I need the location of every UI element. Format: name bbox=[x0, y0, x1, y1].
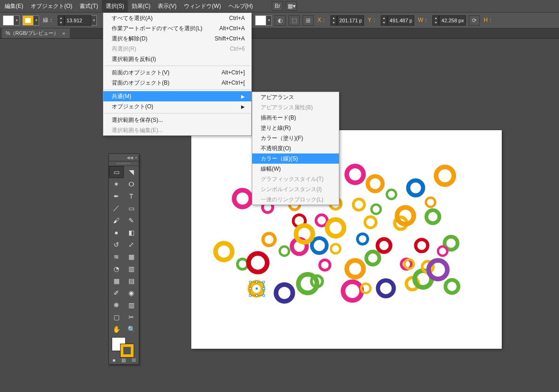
svg-point-15 bbox=[312, 238, 327, 253]
stroke-weight-input[interactable] bbox=[64, 15, 91, 26]
x-input[interactable] bbox=[337, 15, 364, 26]
select-menu-dropdown[interactable]: すべてを選択(A)Ctrl+A作業アートボードのすべてを選択(L)Alt+Ctr… bbox=[103, 13, 252, 136]
rectangle-tool[interactable]: ▭ bbox=[124, 202, 139, 214]
menu-object[interactable]: オブジェクト(O) bbox=[27, 0, 76, 13]
line-tool[interactable]: ／ bbox=[109, 202, 124, 214]
magic-wand-tool[interactable]: ✶ bbox=[109, 178, 124, 190]
close-icon[interactable]: × bbox=[135, 155, 137, 160]
lasso-tool[interactable]: ⵔ bbox=[124, 178, 139, 190]
menu-view[interactable]: 表示(V) bbox=[154, 0, 180, 13]
menu-effect[interactable]: 効果(C) bbox=[128, 0, 155, 13]
h-label: H： bbox=[484, 16, 493, 24]
pen-tool[interactable]: ✒ bbox=[109, 190, 124, 202]
rotate-tool[interactable]: ↺ bbox=[109, 239, 124, 251]
opacity-icon[interactable]: ◐ bbox=[275, 15, 286, 26]
menu-item[interactable]: 作業アートボードのすべてを選択(L)Alt+Ctrl+A bbox=[103, 23, 251, 33]
x-field[interactable]: ▲▼ bbox=[330, 15, 364, 26]
fill-swatch[interactable]: ▾ bbox=[3, 15, 20, 26]
menu-item[interactable]: カラー（塗り)(F) bbox=[252, 133, 339, 143]
tools-panel-grip[interactable] bbox=[109, 161, 139, 166]
menu-item: アピアランス属性(B) bbox=[252, 102, 339, 113]
same-submenu-dropdown[interactable]: アピアランスアピアランス属性(B)描画モード(B)塗りと線(R)カラー（塗り)(… bbox=[252, 92, 339, 205]
eyedropper-tool[interactable]: ✐ bbox=[109, 287, 124, 299]
hand-tool[interactable]: ✋ bbox=[109, 323, 124, 335]
svg-point-17 bbox=[331, 244, 340, 253]
style-swatch[interactable]: ▾ bbox=[255, 15, 272, 26]
stroke-swatch[interactable]: ▾ bbox=[22, 15, 39, 26]
svg-point-26 bbox=[365, 217, 376, 228]
svg-point-45 bbox=[445, 280, 458, 293]
color-wells[interactable] bbox=[109, 335, 139, 356]
menu-item[interactable]: 描画モード(B) bbox=[252, 113, 339, 123]
link-wh-icon[interactable]: ⟳ bbox=[469, 15, 480, 26]
close-tab-icon[interactable]: × bbox=[62, 31, 65, 36]
svg-point-22 bbox=[347, 260, 364, 277]
selection-bbox[interactable] bbox=[250, 282, 264, 296]
blend-tool[interactable]: ◉ bbox=[124, 287, 139, 299]
gradient-tool[interactable]: ▤ bbox=[124, 275, 139, 287]
w-input[interactable] bbox=[439, 15, 466, 26]
svg-point-51 bbox=[366, 252, 379, 265]
blob-brush-tool[interactable]: ● bbox=[109, 226, 124, 239]
menu-bar: 編集(E) オブジェクト(O) 書式(T) 選択(S) 効果(C) 表示(V) … bbox=[0, 0, 559, 13]
mesh-tool[interactable]: ▦ bbox=[109, 275, 124, 287]
menu-item[interactable]: アピアランス bbox=[252, 92, 339, 102]
scale-tool[interactable]: ⤢ bbox=[124, 239, 139, 251]
arrange-docs-icon[interactable]: ▦▾ bbox=[286, 1, 297, 11]
menu-window[interactable]: ウィンドウ(W) bbox=[180, 0, 224, 13]
artboard-tool[interactable]: ▢ bbox=[109, 311, 124, 323]
slice-tool[interactable]: ✂ bbox=[124, 311, 139, 323]
artboard[interactable] bbox=[191, 130, 502, 349]
y-field[interactable]: ▲▼ bbox=[381, 15, 414, 26]
perspective-tool[interactable]: ▥ bbox=[124, 263, 139, 275]
width-tool[interactable]: ≋ bbox=[109, 251, 124, 263]
recolor-icon[interactable]: ⬚ bbox=[289, 15, 300, 26]
type-tool[interactable]: T bbox=[124, 190, 139, 202]
stroke-well[interactable] bbox=[120, 344, 134, 358]
menu-item: グラフィックスタイル(T) bbox=[252, 174, 339, 184]
menu-help[interactable]: ヘルプ(H) bbox=[225, 0, 257, 13]
menu-item[interactable]: 前面のオブジェクト(V)Alt+Ctrl+] bbox=[103, 67, 251, 78]
zoom-tool[interactable]: 🔍 bbox=[124, 323, 139, 335]
stroke-weight-field[interactable]: ▲▼ ▾ bbox=[58, 15, 97, 26]
menu-item[interactable]: 塗りと線(R) bbox=[252, 123, 339, 133]
svg-point-20 bbox=[347, 166, 364, 183]
paintbrush-tool[interactable]: 🖌 bbox=[109, 214, 124, 226]
y-input[interactable] bbox=[387, 15, 414, 26]
menu-item[interactable]: カラー（線)(S) bbox=[252, 153, 339, 164]
selection-tool[interactable]: ▭ bbox=[109, 166, 124, 178]
shape-builder-tool[interactable]: ◔ bbox=[109, 263, 124, 275]
w-field[interactable]: ▲▼ bbox=[432, 15, 466, 26]
tools-panel-header[interactable]: ◀◀ × bbox=[109, 154, 139, 161]
menu-item[interactable]: すべてを選択(A)Ctrl+A bbox=[103, 13, 251, 23]
menu-item[interactable]: 選択範囲を反転(I) bbox=[103, 54, 251, 64]
direct-selection-tool[interactable]: ◥ bbox=[124, 166, 139, 178]
menu-item: 再選択(R)Ctrl+6 bbox=[103, 44, 251, 54]
symbol-sprayer-tool[interactable]: ❋ bbox=[109, 299, 124, 311]
eraser-tool[interactable]: ◧ bbox=[124, 226, 139, 239]
menu-type[interactable]: 書式(T) bbox=[76, 0, 101, 13]
align-icon[interactable]: ⊞ bbox=[303, 15, 314, 26]
collapse-icon[interactable]: ◀◀ bbox=[127, 155, 133, 160]
free-transform-tool[interactable]: ▦ bbox=[124, 251, 139, 263]
svg-point-4 bbox=[237, 259, 248, 269]
color-mode-solid[interactable]: ■ bbox=[109, 356, 119, 364]
menu-item: 一連のリンクブロック(L) bbox=[252, 194, 339, 205]
document-tab[interactable]: %（RGB/プレビュー） × bbox=[2, 28, 70, 38]
menu-edit[interactable]: 編集(E) bbox=[1, 0, 27, 13]
tools-panel[interactable]: ◀◀ × ▭ ◥ ✶ ⵔ ✒ T ／ ▭ 🖌 ✎ ● ◧ ↺ ⤢ ≋ ▦ ◔ ▥… bbox=[108, 153, 139, 365]
bridge-icon[interactable]: Br bbox=[272, 1, 283, 11]
menu-item[interactable]: 不透明度(O) bbox=[252, 143, 339, 153]
svg-point-23 bbox=[357, 234, 368, 244]
menu-item[interactable]: 線幅(W) bbox=[252, 164, 339, 174]
pencil-tool[interactable]: ✎ bbox=[124, 214, 139, 226]
menu-item[interactable]: オブジェクト(O)▶ bbox=[103, 101, 251, 112]
menu-item[interactable]: 共通(M)▶ bbox=[103, 91, 251, 101]
menu-item[interactable]: 選択を解除(D)Shift+Ctrl+A bbox=[103, 33, 251, 44]
svg-point-6 bbox=[249, 253, 267, 272]
menu-item[interactable]: 選択範囲を保存(S)... bbox=[103, 115, 251, 125]
menu-select[interactable]: 選択(S) bbox=[102, 0, 128, 13]
menu-item[interactable]: 背面のオブジェクト(B)Alt+Ctrl+[ bbox=[103, 78, 251, 88]
graph-tool[interactable]: ▥ bbox=[124, 299, 139, 311]
document-tab-bar: %（RGB/プレビュー） × bbox=[0, 28, 559, 39]
